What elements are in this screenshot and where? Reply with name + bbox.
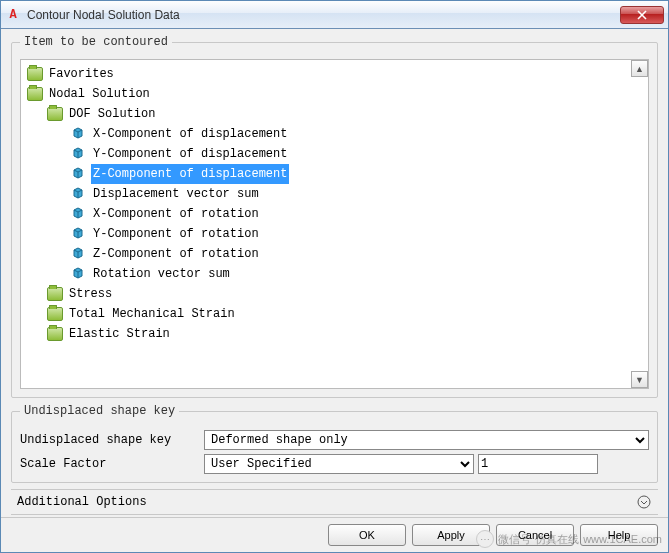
node-label: Total Mechanical Strain bbox=[67, 304, 237, 324]
contour-legend: Item to be contoured bbox=[20, 35, 172, 49]
scroll-up-button[interactable]: ▲ bbox=[631, 60, 648, 77]
apply-button[interactable]: Apply bbox=[412, 524, 490, 546]
scale-value-input[interactable] bbox=[478, 454, 598, 474]
scale-row: Scale Factor User Specified bbox=[20, 454, 649, 474]
cube-icon bbox=[71, 147, 87, 161]
shape-key-label: Undisplaced shape key bbox=[20, 433, 200, 447]
scroll-down-button[interactable]: ▼ bbox=[631, 371, 648, 388]
dof-item-selected[interactable]: Z-Component of displacement bbox=[23, 164, 646, 184]
node-label: Elastic Strain bbox=[67, 324, 172, 344]
elastic-strain-folder[interactable]: Elastic Strain bbox=[23, 324, 646, 344]
folder-icon bbox=[47, 307, 63, 321]
app-icon: A bbox=[5, 7, 21, 23]
titlebar[interactable]: A Contour Nodal Solution Data bbox=[1, 1, 668, 29]
node-label: DOF Solution bbox=[67, 104, 157, 124]
dialog-body: Item to be contoured ▲ Favorites Nodal S… bbox=[1, 29, 668, 517]
cube-icon bbox=[71, 127, 87, 141]
cube-icon bbox=[71, 187, 87, 201]
stress-folder[interactable]: Stress bbox=[23, 284, 646, 304]
node-label: X-Component of displacement bbox=[91, 124, 289, 144]
dof-item[interactable]: Y-Component of displacement bbox=[23, 144, 646, 164]
cancel-button[interactable]: Cancel bbox=[496, 524, 574, 546]
node-label: Y-Component of displacement bbox=[91, 144, 289, 164]
cube-icon bbox=[71, 227, 87, 241]
cube-icon bbox=[71, 247, 87, 261]
dof-item[interactable]: Displacement vector sum bbox=[23, 184, 646, 204]
additional-options-row[interactable]: Additional Options bbox=[11, 489, 658, 515]
node-label: X-Component of rotation bbox=[91, 204, 261, 224]
dof-item[interactable]: X-Component of displacement bbox=[23, 124, 646, 144]
additional-options-label: Additional Options bbox=[17, 495, 147, 509]
folder-icon bbox=[47, 327, 63, 341]
close-icon bbox=[637, 10, 647, 20]
node-label: Z-Component of displacement bbox=[91, 164, 289, 184]
node-label: Nodal Solution bbox=[47, 84, 152, 104]
dof-item[interactable]: Z-Component of rotation bbox=[23, 244, 646, 264]
node-label: Displacement vector sum bbox=[91, 184, 261, 204]
total-mech-strain-folder[interactable]: Total Mechanical Strain bbox=[23, 304, 646, 324]
folder-icon bbox=[47, 107, 63, 121]
dialog-window: A Contour Nodal Solution Data Item to be… bbox=[0, 0, 669, 553]
folder-icon bbox=[27, 67, 43, 81]
dof-item[interactable]: Rotation vector sum bbox=[23, 264, 646, 284]
help-button[interactable]: Help bbox=[580, 524, 658, 546]
node-label: Favorites bbox=[47, 64, 116, 84]
shape-key-row: Undisplaced shape key Deformed shape onl… bbox=[20, 430, 649, 450]
button-bar: OK Apply Cancel Help ⋯ 微信号 仿真在线 www.1CAE… bbox=[1, 517, 668, 552]
dof-item[interactable]: X-Component of rotation bbox=[23, 204, 646, 224]
ok-button[interactable]: OK bbox=[328, 524, 406, 546]
nodal-solution-folder[interactable]: Nodal Solution bbox=[23, 84, 646, 104]
shape-legend: Undisplaced shape key bbox=[20, 404, 179, 418]
cube-icon bbox=[71, 267, 87, 281]
window-title: Contour Nodal Solution Data bbox=[27, 8, 620, 22]
close-button[interactable] bbox=[620, 6, 664, 24]
solution-tree[interactable]: Favorites Nodal Solution DOF Solution bbox=[21, 60, 648, 348]
node-label: Stress bbox=[67, 284, 114, 304]
cube-icon bbox=[71, 207, 87, 221]
contour-fieldset: Item to be contoured ▲ Favorites Nodal S… bbox=[11, 35, 658, 398]
dof-item[interactable]: Y-Component of rotation bbox=[23, 224, 646, 244]
node-label: Rotation vector sum bbox=[91, 264, 232, 284]
scale-mode-select[interactable]: User Specified bbox=[204, 454, 474, 474]
shape-key-select[interactable]: Deformed shape only bbox=[204, 430, 649, 450]
expand-icon bbox=[636, 494, 652, 510]
folder-icon bbox=[47, 287, 63, 301]
scale-label: Scale Factor bbox=[20, 457, 200, 471]
svg-point-18 bbox=[638, 496, 650, 508]
favorites-folder[interactable]: Favorites bbox=[23, 64, 646, 84]
cube-icon bbox=[71, 167, 87, 181]
node-label: Z-Component of rotation bbox=[91, 244, 261, 264]
tree-container: ▲ Favorites Nodal Solution DOF Solution bbox=[20, 59, 649, 389]
node-label: Y-Component of rotation bbox=[91, 224, 261, 244]
shape-fieldset: Undisplaced shape key Undisplaced shape … bbox=[11, 404, 658, 483]
folder-icon bbox=[27, 87, 43, 101]
dof-solution-folder[interactable]: DOF Solution bbox=[23, 104, 646, 124]
